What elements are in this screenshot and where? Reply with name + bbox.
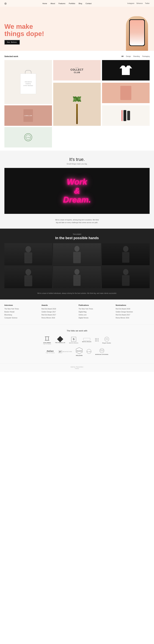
footer-col-interviews-heading: Interviews: [5, 304, 38, 306]
filter-all[interactable]: All: [121, 56, 123, 57]
list-item: Computer Science: [5, 317, 38, 319]
footer-col-nominations-heading: Nominations: [116, 304, 150, 306]
site-footer: Built by ThemeNlion ©2021: [0, 364, 154, 372]
hero-section: We make things dope! See. Believe.: [0, 7, 154, 51]
portfolio-item-tshirt[interactable]: [102, 60, 149, 82]
nav-contact[interactable]: Contact: [85, 2, 91, 4]
nav-instagram[interactable]: Instagram: [127, 2, 134, 4]
best-hands-desc-text: We're a team of skilled individuals, alw…: [14, 292, 140, 295]
list-item: The New York Times: [79, 308, 113, 310]
footer-col-awards-heading: Awards: [42, 304, 76, 306]
person-card-1: [5, 243, 52, 265]
person-card-4: [5, 266, 52, 288]
portfolio-item-pink-textile[interactable]: [102, 83, 149, 104]
person-card-3: [102, 243, 149, 265]
svg-text:STUDIO: STUDIO: [105, 339, 108, 340]
regallia-icon: [57, 336, 63, 342]
nav-home[interactable]: Home: [42, 2, 47, 4]
partner-s: S WHITE SPACES: [69, 337, 78, 344]
holdon-icon: HOLDON: [76, 347, 83, 354]
hero-cta-button[interactable]: See. Believe.: [5, 40, 20, 44]
nav-logo: ◎: [5, 2, 7, 5]
portfolio-item-bag[interactable]: International Academyof Film Television: [5, 60, 52, 104]
filter-branding[interactable]: Branding: [133, 56, 140, 57]
partner-colonna: COLONNA THE STUDIO: [43, 336, 51, 345]
razor-pink: [121, 110, 122, 121]
phone-screen: [129, 19, 145, 46]
filter-packaging[interactable]: Packaging: [142, 56, 149, 57]
partners-row-1: COLONNA THE STUDIO THE REGALLIA S WHITE …: [5, 336, 149, 345]
svg-rect-13: [122, 252, 129, 263]
svg-point-12: [123, 246, 128, 252]
footer-built-by: Built by ThemeNlion ©2021: [3, 366, 151, 369]
collect-club-name: COLLECT: [71, 68, 84, 71]
list-item: Rema Winner 2016: [42, 317, 76, 319]
selected-work-title: Selected work: [5, 55, 18, 58]
partner-regallia: THE REGALLIA: [55, 337, 65, 344]
svg-rect-21: [46, 337, 46, 340]
people-grid-top: [5, 243, 149, 265]
list-item: Red Dot Award 2018: [116, 308, 150, 310]
portfolio-item-logo-circle[interactable]: STUDIO: [5, 127, 52, 148]
awards-list: Red Dot Award 2018 Golden Design 2017 Re…: [42, 308, 76, 319]
svg-text:STUDIO: STUDIO: [26, 137, 30, 138]
footer-col-awards: Awards Red Dot Award 2018 Golden Design …: [42, 304, 76, 320]
nav-about[interactable]: About: [51, 2, 55, 4]
list-item: Golden Design Nominee: [116, 311, 150, 313]
list-item: Rema Winner 2016: [116, 317, 150, 319]
nav-features[interactable]: Features: [58, 2, 65, 4]
partners-row-2: Italian THE KITCHEN BT ARCHITECTURE HOLD…: [5, 347, 149, 356]
nav-twitter[interactable]: Twitter: [145, 2, 149, 4]
navigation: ◎ Home About Features Portfolio Blog Con…: [0, 0, 154, 7]
phone-screen-inner: [130, 20, 144, 46]
svg-point-16: [74, 269, 80, 275]
colonna-name: COLONNA: [43, 342, 51, 344]
italian-sub: THE KITCHEN: [46, 352, 55, 354]
bag-body: International Academyof Film Television: [20, 74, 36, 94]
partner-white-spaces: WHITE SPACES: [82, 338, 91, 342]
nav-portfolio[interactable]: Portfolio: [69, 2, 75, 4]
dots-icon: [95, 338, 99, 342]
portfolio-item-collect-club[interactable]: THE COLLECT CLUB: [53, 60, 101, 82]
partner-bt-architecture: BT ARCHITECTURE: [59, 350, 72, 353]
people-grid-bottom: [5, 266, 149, 288]
its-true-section: It's true. Small things make you big. Wo…: [0, 150, 154, 214]
svg-text:HOLDON: HOLDON: [77, 350, 82, 352]
footer-col-publications: Publications The New York Times Digital …: [79, 304, 113, 320]
portfolio-item-palm[interactable]: [53, 83, 101, 126]
nav-blog[interactable]: Blog: [79, 2, 82, 4]
hero-text: We make things dope! See. Believe.: [5, 23, 124, 51]
list-item: Red Dot Award 2018: [42, 308, 76, 310]
portfolio-item-razors[interactable]: [102, 105, 149, 126]
portfolio-item-pink-label[interactable]: LABELLER: [5, 105, 52, 126]
morgan-stevens-icon: MORGAN STEVENS: [99, 348, 104, 353]
selected-work-section: Selected work All Design Branding Packag…: [0, 51, 154, 150]
your-project-label: Your project: [5, 233, 149, 235]
textile-pattern: [120, 86, 131, 100]
svg-text:STEVENS: STEVENS: [100, 350, 104, 352]
person-card-5: [53, 266, 101, 288]
team-desc-text: We're a team of experts, striving long t…: [55, 218, 99, 224]
collect-club-the: THE: [75, 67, 79, 68]
svg-text:MORGAN: MORGAN: [100, 349, 104, 350]
s-icon: S: [71, 337, 76, 342]
list-item: Red Dot Award 2017: [116, 314, 150, 316]
list-item: Red Dot Award 2017: [42, 314, 76, 316]
svg-point-14: [26, 269, 31, 275]
royal-studio-name: Royal Studio: [102, 342, 111, 344]
nav-social: Instagram Behance Twitter: [127, 2, 149, 4]
s-name: WHITE SPACES: [69, 342, 78, 344]
list-item: Digital Mag: [79, 311, 113, 313]
its-true-heading: It's true.: [5, 157, 149, 162]
svg-point-10: [74, 246, 80, 252]
bt-icon: BT ARCHITECTURE: [59, 350, 72, 353]
partner-morgan-stevens: MORGAN STEVENS MORGAN STEVENS: [95, 348, 108, 355]
nav-behance[interactable]: Behance: [136, 2, 143, 4]
partner-italian: Italian THE KITCHEN: [46, 350, 55, 354]
partner-holdon: HOLDON HOLDON: [76, 347, 83, 356]
partner-royal-studio: ROYAL STUDIO Royal Studio: [102, 336, 111, 344]
filter-tabs: All Design Branding Packaging: [121, 56, 149, 57]
filter-design[interactable]: Design: [126, 56, 131, 57]
team-description: We're a team of experts, striving long t…: [0, 214, 154, 228]
list-item: Bloomberg: [5, 314, 38, 316]
